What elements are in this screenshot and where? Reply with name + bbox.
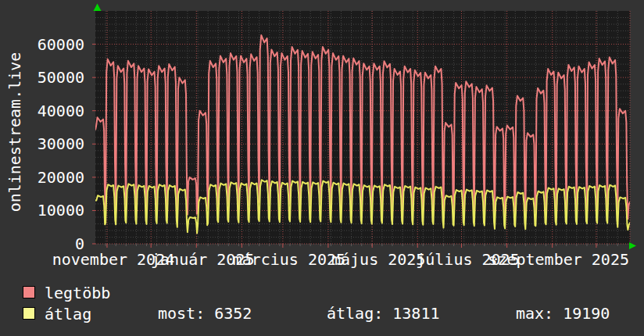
vertical-axis-title: onlinestream.live (7, 15, 23, 249)
y-tick-label: 20000 (38, 170, 84, 185)
x-axis-arrow-icon (629, 242, 636, 249)
y-axis-arrow-icon (94, 4, 102, 12)
x-tick-label: május 2025 (331, 252, 425, 267)
stat-tlag: átlag: 13811 (327, 306, 440, 321)
y-tick-label: 0 (75, 236, 84, 252)
stat-most: most: 6352 (158, 306, 252, 321)
y-tick-label: 30000 (38, 136, 84, 152)
legend-label-atlag: átlag (45, 306, 91, 322)
legend-swatch-atlag (23, 307, 35, 320)
x-tick-label: szeptember 2025 (488, 252, 629, 267)
y-tick-label: 10000 (38, 202, 84, 218)
y-tick-label: 40000 (38, 103, 84, 119)
legend-label-legtobb: legtöbb (45, 285, 110, 301)
y-tick-label: 60000 (38, 37, 84, 52)
rrd-graph: onlinestream.live 0100002000030000400005… (0, 0, 644, 336)
stat-max: max: 19190 (516, 306, 610, 321)
legend-swatch-legtobb (23, 286, 35, 298)
x-tick-label: március 2025 (233, 252, 346, 267)
y-tick-label: 50000 (38, 70, 84, 85)
